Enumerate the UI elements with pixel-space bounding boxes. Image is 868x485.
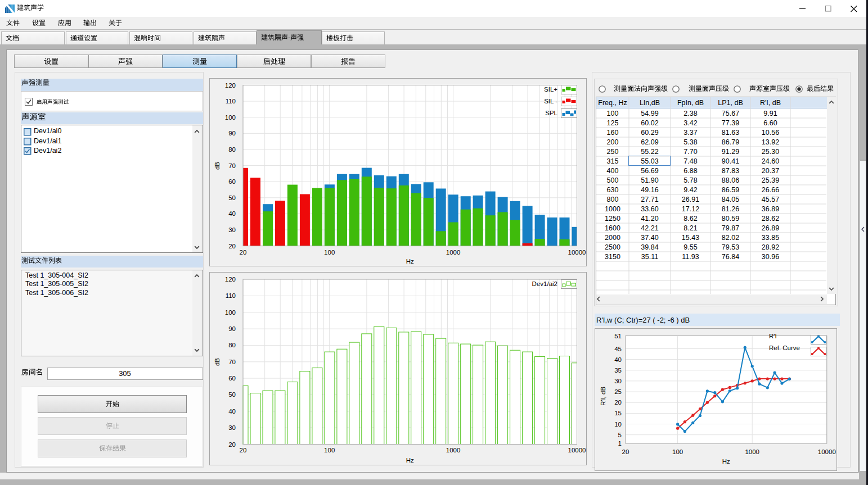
- svg-text:30: 30: [228, 226, 236, 233]
- svg-text:100: 100: [672, 448, 683, 455]
- svg-text:30: 30: [614, 378, 622, 384]
- svg-text:100: 100: [324, 249, 335, 256]
- svg-text:60: 60: [228, 375, 236, 382]
- svg-text:40: 40: [614, 356, 622, 363]
- svg-text:5: 5: [618, 432, 622, 438]
- svg-text:10000: 10000: [818, 448, 836, 455]
- svg-text:80: 80: [228, 342, 236, 348]
- svg-text:1000: 1000: [446, 249, 461, 256]
- svg-text:20: 20: [622, 448, 629, 455]
- svg-text:35: 35: [614, 367, 622, 374]
- svg-text:1000: 1000: [446, 447, 461, 454]
- svg-text:SIL -: SIL -: [544, 98, 557, 105]
- svg-text:80: 80: [228, 146, 236, 153]
- svg-text:120: 120: [225, 276, 236, 283]
- svg-text:45: 45: [614, 346, 622, 352]
- svg-text:Ref. Curve: Ref. Curve: [769, 345, 800, 351]
- svg-text:Dev1/ai2: Dev1/ai2: [532, 280, 557, 287]
- svg-text:Hz: Hz: [406, 457, 414, 464]
- svg-text:1: 1: [618, 440, 622, 447]
- svg-text:100: 100: [225, 309, 236, 316]
- svg-text:100: 100: [324, 447, 335, 454]
- svg-text:40: 40: [228, 210, 236, 217]
- svg-text:50: 50: [228, 194, 236, 201]
- svg-text:110: 110: [226, 98, 236, 105]
- svg-text:25: 25: [614, 388, 622, 395]
- svg-text:50: 50: [228, 391, 236, 398]
- svg-text:40: 40: [228, 408, 236, 415]
- svg-text:SIL+: SIL+: [544, 86, 557, 93]
- svg-text:90: 90: [228, 325, 236, 332]
- svg-text:20: 20: [228, 441, 236, 448]
- svg-text:20: 20: [228, 243, 236, 250]
- svg-text:dB: dB: [214, 162, 221, 170]
- svg-text:Hz: Hz: [722, 458, 730, 465]
- svg-text:110: 110: [226, 292, 236, 299]
- svg-text:60: 60: [228, 178, 236, 185]
- svg-text:70: 70: [228, 162, 236, 169]
- svg-text:20: 20: [240, 249, 247, 256]
- svg-text:20: 20: [614, 399, 622, 406]
- svg-text:15: 15: [614, 410, 622, 416]
- svg-text:10: 10: [614, 421, 622, 428]
- svg-text:30: 30: [228, 424, 236, 431]
- svg-text:10000: 10000: [568, 447, 586, 454]
- svg-text:120: 120: [225, 82, 236, 89]
- svg-text:100: 100: [225, 114, 236, 121]
- svg-text:20: 20: [240, 447, 247, 454]
- svg-text:1000: 1000: [745, 448, 759, 455]
- svg-text:R'I, dB: R'I, dB: [600, 387, 606, 406]
- svg-text:90: 90: [228, 130, 236, 137]
- svg-text:70: 70: [228, 359, 236, 365]
- svg-text:10000: 10000: [568, 249, 586, 256]
- svg-text:dB: dB: [214, 358, 221, 366]
- svg-text:51: 51: [614, 333, 622, 339]
- svg-text:SPL: SPL: [545, 110, 557, 116]
- svg-text:R'I: R'I: [769, 333, 777, 339]
- svg-text:Hz: Hz: [406, 258, 414, 265]
